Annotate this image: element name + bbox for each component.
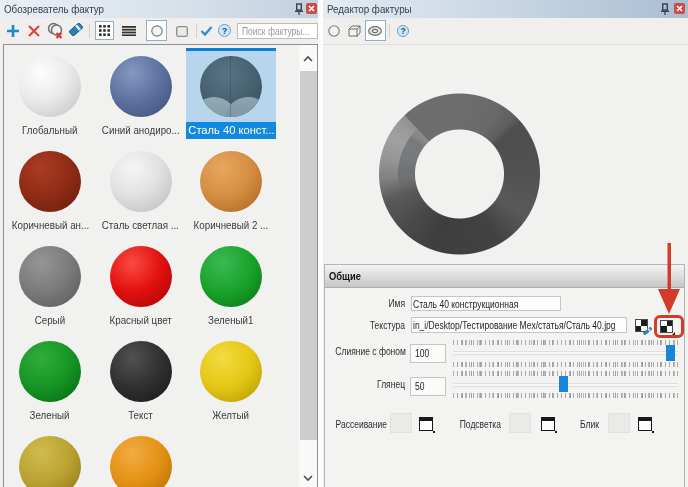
svg-text:?: ? (222, 26, 228, 36)
svg-text:?: ? (400, 26, 405, 36)
